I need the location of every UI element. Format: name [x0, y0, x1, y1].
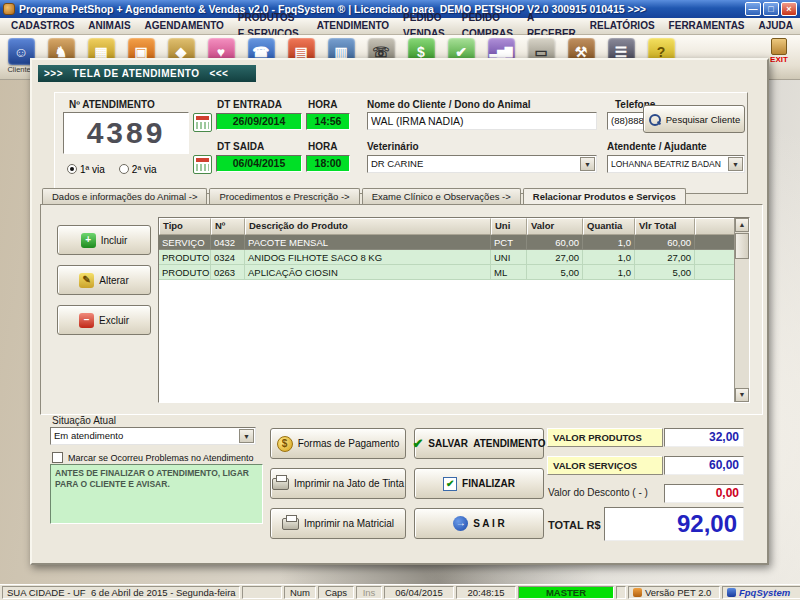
check-icon: ✔	[412, 436, 423, 451]
desktop: Programa PetShop + Agendamento & Vendas …	[0, 0, 800, 600]
saida-date-field[interactable]: 06/04/2015	[216, 155, 302, 172]
via1-label: 1ª via	[80, 164, 105, 175]
minimize-button[interactable]: —	[745, 2, 761, 16]
table-row[interactable]: PRODUTO 0324 ANIDOG FILHOTE SACO 8 KG UN…	[159, 250, 735, 265]
table-row[interactable]: PRODUTO 0263 APLICAÇÃO CIOSIN ML 5,00 1,…	[159, 265, 735, 280]
imprimir-matricial-button[interactable]: Imprimir na Matricial	[270, 508, 406, 539]
tela-atendimento-window: >>> TELA DE ATENDIMENTO <<< Nº ATENDIMEN…	[30, 58, 769, 565]
window-title: Programa PetShop + Agendamento & Vendas …	[19, 3, 743, 15]
cliente-label: Nome do Cliente / Dono do Animal	[367, 99, 531, 110]
status-user: MASTER	[518, 586, 614, 599]
col-uni[interactable]: Uni	[491, 218, 527, 235]
finalizar-button[interactable]: ✔ FINALIZAR	[414, 468, 544, 499]
menu-relatorios[interactable]: RELATÓRIOS	[583, 18, 662, 34]
via2-label: 2ª via	[132, 164, 157, 175]
salvar-atendimento-button[interactable]: ✔ SALVAR ATENDIMENTO	[414, 428, 544, 459]
table-row[interactable]: SERVIÇO 0432 PACOTE MENSAL PCT 60,00 1,0…	[159, 235, 735, 250]
imprimir-matricial-label: Imprimir na Matricial	[304, 518, 394, 529]
cliente-input[interactable]	[367, 112, 597, 130]
tab-relacionar-produtos[interactable]: Relacionar Produtos e Serviços	[523, 188, 686, 205]
radio-dot-selected	[67, 164, 77, 174]
col-quantia[interactable]: Quantia	[583, 218, 635, 235]
col-vlr-total[interactable]: Vlr Total	[635, 218, 695, 235]
status-version: Versão PET 2.0	[628, 586, 720, 599]
col-numero[interactable]: Nº	[211, 218, 245, 235]
atendente-value: LOHANNA BEATRIZ BADAN	[611, 159, 721, 169]
status-date: 06/04/2015	[384, 586, 454, 599]
exit-door-icon	[771, 38, 787, 55]
atendente-select[interactable]: LOHANNA BEATRIZ BADAN ▼	[607, 155, 745, 173]
tab-dados-animal[interactable]: Dados e informações do Animal ->	[42, 188, 207, 204]
excluir-label: Excluir	[99, 315, 129, 326]
saida-hora-label: HORA	[308, 141, 337, 152]
alterar-button[interactable]: ✎ Alterar	[57, 265, 151, 295]
via-radios: 1ª via 2ª via	[67, 163, 157, 175]
sair-button[interactable]: → S A I R	[414, 508, 544, 539]
valor-produtos-value: 32,00	[664, 428, 744, 447]
arrow-right-icon: →	[453, 516, 468, 531]
desconto-value: 0,00	[664, 484, 744, 503]
col-descricao[interactable]: Descrição do Produto	[245, 218, 491, 235]
situacao-select[interactable]: Em atendimento ▼	[50, 427, 256, 445]
scroll-thumb[interactable]	[735, 233, 749, 259]
table-header: Tipo Nº Descrição do Produto Uni Valor Q…	[159, 218, 735, 235]
col-filler	[695, 218, 735, 235]
entrada-date-field[interactable]: 26/09/2014	[216, 113, 302, 130]
tab-procedimentos[interactable]: Procedimentos e Prescrição ->	[209, 188, 359, 204]
status-city: SUA CIDADE - UF 6 de Abril de 2015 - Seg…	[2, 586, 240, 599]
col-valor[interactable]: Valor	[527, 218, 583, 235]
chevron-down-icon[interactable]: ▼	[728, 157, 743, 171]
saida-time-field[interactable]: 18:00	[306, 155, 350, 172]
tab-exame-clinico[interactable]: Exame Clínico e Observações ->	[362, 188, 521, 204]
salvar-atendimento-label: SALVAR ATENDIMENTO	[428, 438, 545, 449]
search-icon	[648, 113, 661, 126]
menu-atendimento[interactable]: ATENDIMENTO	[310, 18, 396, 34]
app-icon	[3, 3, 15, 15]
status-brand: FpqSystem	[722, 586, 800, 599]
col-tipo[interactable]: Tipo	[159, 218, 211, 235]
via2-radio[interactable]: 2ª via	[119, 163, 157, 175]
status-caps: Caps	[318, 586, 354, 599]
tab-strip: Dados e informações do Animal -> Procedi…	[42, 188, 688, 205]
dialog-header: >>> TELA DE ATENDIMENTO <<<	[38, 65, 256, 82]
menu-cadastros[interactable]: CADASTROS	[4, 18, 81, 34]
problemas-checkbox-row[interactable]: Marcar se Ocorreu Problemas no Atendimen…	[52, 452, 254, 463]
veterinario-select[interactable]: DR CARINE ▼	[367, 155, 597, 173]
imprimir-jato-label: Imprimir na Jato de Tinta	[294, 478, 404, 489]
scroll-down-icon[interactable]: ▼	[735, 388, 749, 402]
menu-animais[interactable]: ANIMAIS	[81, 18, 137, 34]
situacao-value: Em atendimento	[54, 430, 123, 441]
veterinario-label: Veterinário	[367, 141, 419, 152]
desconto-label: Valor do Desconto ( - )	[548, 487, 648, 498]
valor-servicos-label: VALOR SERVIÇOS	[547, 456, 663, 475]
maximize-button[interactable]: □	[763, 2, 779, 16]
formas-pagamento-button[interactable]: $ Formas de Pagamento	[270, 428, 406, 459]
via1-radio[interactable]: 1ª via	[67, 163, 105, 175]
menu-agendamento[interactable]: AGENDAMENTO	[138, 18, 231, 34]
statusbar: SUA CIDADE - UF 6 de Abril de 2015 - Seg…	[0, 584, 800, 600]
total-value: 92,00	[604, 507, 744, 541]
entrada-label: DT ENTRADA	[217, 99, 282, 110]
incluir-button[interactable]: + Incluir	[57, 225, 151, 255]
excluir-button[interactable]: – Excluir	[57, 305, 151, 335]
scroll-up-icon[interactable]: ▲	[735, 218, 749, 232]
calendar-entrada-button[interactable]	[193, 113, 212, 132]
radio-dot	[119, 164, 129, 174]
checkbox-icon[interactable]	[52, 452, 63, 463]
menu-ferramentas[interactable]: FERRAMENTAS	[662, 18, 752, 34]
chevron-down-icon[interactable]: ▼	[239, 429, 254, 443]
pencil-icon: ✎	[79, 273, 94, 288]
entrada-time-field[interactable]: 14:56	[306, 113, 350, 130]
tab-content: + Incluir ✎ Alterar – Excluir Tipo Nº De…	[40, 204, 763, 415]
table-scrollbar[interactable]: ▲ ▼	[734, 218, 749, 402]
situacao-label: Situação Atual	[52, 415, 116, 426]
calendar-saida-button[interactable]	[193, 155, 212, 174]
printer-icon	[282, 518, 299, 530]
menu-ajuda[interactable]: AJUDA	[752, 18, 800, 34]
pesquisar-cliente-button[interactable]: Pesquisar Cliente	[643, 105, 745, 133]
chevron-down-icon[interactable]: ▼	[580, 157, 595, 171]
plus-icon: +	[81, 233, 96, 248]
imprimir-jato-button[interactable]: Imprimir na Jato de Tinta	[270, 468, 406, 499]
products-table: Tipo Nº Descrição do Produto Uni Valor Q…	[158, 217, 750, 403]
close-button[interactable]: ×	[781, 2, 797, 16]
